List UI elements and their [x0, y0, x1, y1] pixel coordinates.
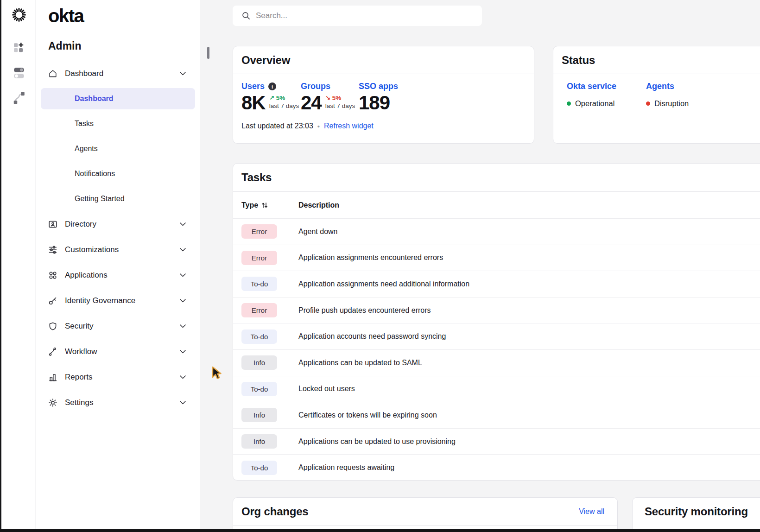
bullet-separator: •: [317, 122, 320, 130]
sidebar-item-applications[interactable]: Applications: [36, 262, 200, 288]
chevron-down-icon[interactable]: [180, 273, 186, 277]
users-link[interactable]: Users: [241, 82, 265, 91]
tasks-table-header: Type Description: [233, 192, 760, 218]
sidebar-item-customizations[interactable]: Customizations: [36, 237, 200, 262]
mouse-cursor: [211, 366, 224, 383]
table-row[interactable]: To-doApplication accounts need password …: [233, 323, 760, 349]
operational-dot: [567, 101, 571, 106]
search-bar[interactable]: [233, 6, 482, 26]
table-row[interactable]: ErrorAgent down: [233, 218, 760, 245]
sidebar-subitem-label: Getting Started: [75, 195, 125, 203]
task-description: Application requests awaiting: [298, 463, 394, 472]
sidebar-item-label: Dashboard: [65, 69, 103, 78]
sort-icon[interactable]: [261, 202, 268, 209]
okta-logo-icon[interactable]: [11, 7, 27, 23]
info-icon[interactable]: i: [268, 82, 276, 90]
chevron-down-icon[interactable]: [180, 222, 186, 226]
table-row[interactable]: ErrorApplication assignments encountered…: [233, 245, 760, 271]
agents-link[interactable]: Agents: [646, 82, 725, 91]
task-description: Agent down: [298, 228, 338, 236]
overview-card: Overview Usersi 8K 5%last 7 days Groups …: [233, 46, 534, 144]
sliders-icon: [48, 245, 57, 254]
agents-state: Disruption: [654, 99, 689, 108]
groups-link[interactable]: Groups: [301, 82, 330, 91]
sidebar-subitem-dashboard[interactable]: Dashboard: [41, 88, 195, 109]
users-trend: 5%: [269, 95, 299, 102]
status-card: Status Okta service Operational Agents D…: [553, 46, 760, 144]
icon-rail: [1, 0, 35, 529]
task-type-badge: To-do: [241, 277, 277, 291]
org-changes-title: Org changes: [241, 505, 309, 518]
chevron-down-icon[interactable]: [180, 299, 186, 303]
workflow-icon: [48, 347, 57, 356]
sidebar-subitem-label: Tasks: [75, 120, 94, 128]
sidebar-subitem-tasks[interactable]: Tasks: [36, 111, 200, 136]
table-row[interactable]: To-doApplication assignments need additi…: [233, 271, 760, 297]
chevron-down-icon[interactable]: [180, 248, 186, 252]
grid-icon: [48, 271, 57, 280]
security-monitoring-title: Security monitoring: [645, 505, 748, 518]
groups-trend: 5%: [325, 95, 355, 102]
security-monitoring-card: Security monitoring: [632, 497, 760, 532]
sidebar-item-label: Security: [65, 322, 93, 331]
sidebar-item-workflow[interactable]: Workflow: [36, 339, 200, 364]
home-icon: [48, 69, 57, 78]
window-bottom-edge: [0, 529, 760, 532]
table-row[interactable]: To-doLocked out users: [233, 376, 760, 402]
task-type-badge: Info: [241, 408, 277, 422]
refresh-widget-link[interactable]: Refresh widget: [324, 122, 374, 130]
stat-sso-apps: SSO apps 189: [359, 82, 398, 113]
table-row[interactable]: ErrorProfile push updates encountered er…: [233, 297, 760, 323]
sidebar-item-identity-governance[interactable]: Identity Governance: [36, 288, 200, 313]
task-type-badge: Error: [241, 224, 277, 239]
add-apps-icon[interactable]: [11, 40, 27, 56]
okta-service-link[interactable]: Okta service: [567, 82, 646, 91]
table-row[interactable]: InfoApplications can be updated to SAML: [233, 349, 760, 376]
chevron-down-icon[interactable]: [180, 350, 186, 354]
chevron-down-icon[interactable]: [180, 375, 186, 379]
disruption-dot: [646, 101, 650, 106]
table-row[interactable]: InfoApplications can be updated to use p…: [233, 428, 760, 455]
sidebar-item-directory[interactable]: Directory: [36, 211, 200, 237]
chevron-down-icon[interactable]: [180, 72, 186, 76]
task-description: Locked out users: [298, 385, 355, 393]
sidebar-item-label: Applications: [65, 271, 108, 280]
bar-chart-icon: [48, 373, 57, 382]
task-description: Profile push updates encountered errors: [298, 306, 431, 315]
task-description: Application assignments encountered erro…: [298, 253, 443, 262]
sidebar-item-dashboard[interactable]: Dashboard: [36, 61, 200, 86]
window-left-edge: [0, 0, 1, 532]
task-type-badge: Info: [241, 355, 277, 370]
sidebar-subitem-getting-started[interactable]: Getting Started: [36, 186, 200, 211]
sidebar-item-label: Settings: [65, 398, 93, 407]
sidebar-item-security[interactable]: Security: [36, 313, 200, 339]
status-agents: Agents Disruption: [646, 82, 725, 108]
column-header-type: Type: [241, 201, 258, 209]
sidebar-item-reports[interactable]: Reports: [36, 364, 200, 390]
users-trend-period: last 7 days: [269, 102, 299, 110]
feature-toggles-icon[interactable]: [11, 65, 27, 81]
search-icon: [242, 12, 250, 20]
search-input[interactable]: [256, 11, 460, 20]
table-row[interactable]: To-doApplication requests awaiting: [233, 454, 760, 481]
view-all-link[interactable]: View all: [579, 507, 604, 516]
scrollbar-thumb[interactable]: [207, 47, 209, 59]
table-row[interactable]: InfoCertificates or tokens will be expir…: [233, 402, 760, 428]
integrations-icon[interactable]: [11, 90, 27, 106]
stat-groups: Groups 24 5%last 7 days: [301, 82, 359, 113]
sidebar-subitem-notifications[interactable]: Notifications: [36, 161, 200, 186]
sidebar-item-label: Customizations: [65, 245, 119, 254]
status-okta-service: Okta service Operational: [567, 82, 646, 108]
sidebar-subitem-label: Dashboard: [75, 95, 114, 103]
sidebar-item-label: Reports: [65, 373, 93, 382]
sidebar: okta Admin Dashboard Dashboard Tasks Age…: [36, 0, 200, 529]
sidebar-item-settings[interactable]: Settings: [36, 390, 200, 415]
sso-apps-link[interactable]: SSO apps: [359, 82, 398, 91]
okta-wordmark: okta: [48, 6, 83, 26]
chevron-down-icon[interactable]: [180, 324, 186, 328]
key-icon: [48, 296, 57, 305]
task-type-badge: Error: [241, 251, 277, 265]
chevron-down-icon[interactable]: [180, 401, 186, 405]
sidebar-subitem-agents[interactable]: Agents: [36, 136, 200, 161]
id-card-icon: [48, 220, 57, 229]
